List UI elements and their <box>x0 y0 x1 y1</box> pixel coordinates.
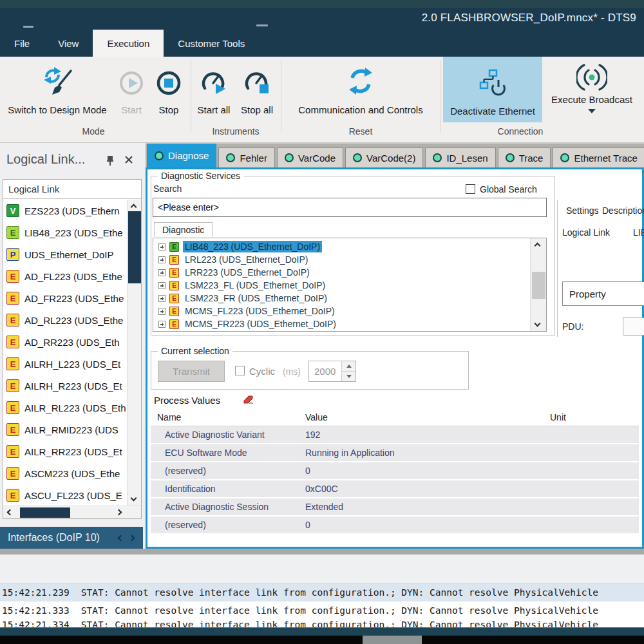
table-row[interactable]: ECU Software Mode Running in Application <box>151 444 639 461</box>
expand-icon[interactable] <box>158 282 166 289</box>
tree-item[interactable]: E MCMS_FR223 (UDS_Ethernet_DoIP) <box>153 317 546 330</box>
expand-icon[interactable] <box>158 295 166 302</box>
menu-item[interactable]: File <box>0 30 44 57</box>
list-item[interactable]: E AD_RL223 (UDS_Ethe <box>3 309 127 331</box>
scroll-up-icon[interactable] <box>535 243 541 249</box>
close-icon[interactable] <box>124 155 134 165</box>
ribbon-separator <box>191 61 191 133</box>
horizontal-scrollbar[interactable] <box>3 506 141 518</box>
tab-label: ID_Lesen <box>446 153 488 164</box>
list-item[interactable]: E ASCU_FL223 (UDS_E <box>3 484 127 506</box>
document-tab[interactable]: VarCode(2) <box>345 147 423 167</box>
spin-down-button[interactable] <box>342 371 355 381</box>
scrollbar-thumb[interactable] <box>20 507 70 518</box>
scroll-down-icon[interactable] <box>535 321 541 327</box>
interfaces-tab[interactable]: Interfaces (DoIP 10) <box>0 527 143 549</box>
interval-value: 2000 <box>309 361 341 381</box>
expand-icon[interactable] <box>158 243 166 251</box>
tree-item[interactable]: E LSM223_FL (UDS_Ethernet_DoIP) <box>153 279 546 292</box>
expand-icon[interactable] <box>158 308 166 315</box>
panel-next-icon[interactable] <box>129 535 135 541</box>
list-item[interactable]: E AD_RR223 (UDS_Eth <box>3 331 127 353</box>
link-type-icon: E <box>6 357 19 370</box>
search-input[interactable] <box>153 198 547 217</box>
list-item[interactable]: E AD_FR223 (UDS_Ethe <box>3 287 127 309</box>
cyclic-interval-stepper[interactable]: 2000 <box>308 361 356 382</box>
tree-item[interactable]: E MCMS_FL223 (UDS_Ethernet_DoIP) <box>153 305 546 317</box>
document-tab[interactable]: Fehler <box>218 147 275 167</box>
panel-prev-icon[interactable] <box>118 535 124 541</box>
expand-icon[interactable] <box>158 269 166 276</box>
eraser-icon[interactable] <box>242 395 254 405</box>
spin-up-button[interactable] <box>342 361 355 371</box>
menu-item[interactable]: Execution <box>93 30 164 57</box>
tab-status-icon <box>560 153 569 162</box>
pin-icon[interactable] <box>105 155 115 166</box>
tree-item[interactable]: E LIB48_223 (UDS_Ethernet_DoIP) <box>153 240 546 253</box>
link-type-icon: E <box>169 307 179 316</box>
list-item[interactable]: E AILRH_L223 (UDS_Et <box>3 353 127 375</box>
table-row[interactable]: (reserved) 0 <box>151 462 639 479</box>
list-item[interactable]: E AILRH_R223 (UDS_Et <box>3 375 127 397</box>
document-tab[interactable]: Ethernet Trace <box>553 147 644 167</box>
tab-status-icon <box>353 153 362 162</box>
document-tab[interactable]: ID_Lesen <box>425 147 495 167</box>
table-row[interactable]: (reserved) 0 <box>151 516 639 533</box>
current-selection-groupbox: Current selection Transmit Cyclic (ms) 2… <box>151 351 469 390</box>
scroll-up-icon[interactable] <box>131 204 137 211</box>
menu-item[interactable]: Customer Tools <box>164 30 259 57</box>
list-item-label: ASCM223 (UDS_Ethe <box>24 468 120 479</box>
link-type-icon: E <box>6 467 19 480</box>
vertical-scrollbar[interactable] <box>127 200 141 506</box>
cell-value: 192 <box>299 430 544 440</box>
document-tab[interactable]: VarCode <box>277 147 343 167</box>
document-tab[interactable]: Diagnose <box>147 143 216 167</box>
tree-item[interactable]: E LRL223 (UDS_Ethernet_DoIP) <box>153 253 546 266</box>
message-log: 15:42:21.239 STAT: Cannot resolve interf… <box>0 583 644 627</box>
list-item[interactable]: V EZS223 (UDS_Ethern <box>3 200 127 222</box>
document-tab[interactable]: Trace <box>498 147 551 167</box>
scrollbar-thumb[interactable] <box>128 211 141 283</box>
menu-item[interactable]: View <box>44 30 93 57</box>
tree-item[interactable]: E LSM223_FR (UDS_Ethernet_DoIP) <box>153 292 546 305</box>
list-item-label: AD_FL223 (UDS_Ethe <box>24 271 122 282</box>
log-timestamp: 15:42:21.334 <box>2 620 70 627</box>
list-item[interactable]: E AILR_RMID223 (UDS <box>3 419 127 440</box>
column-name: Name <box>151 412 299 422</box>
diagnostic-tree-tab[interactable]: Diagnostic <box>154 222 213 237</box>
list-item[interactable]: E AILR_RL223 (UDS_Eth <box>3 397 127 419</box>
pdu-field[interactable] <box>623 317 644 336</box>
table-row[interactable]: Identification 0xC00C <box>151 480 639 497</box>
scroll-right-icon[interactable] <box>116 509 122 516</box>
tab-description[interactable]: Description <box>602 205 644 216</box>
tree-item[interactable]: E LRR223 (UDS_Ethernet_DoIP) <box>153 266 546 279</box>
scroll-down-icon[interactable] <box>131 495 137 502</box>
table-row[interactable]: Active Diagnostic Session Extended <box>151 498 639 515</box>
list-column-header[interactable]: Logical Link <box>3 180 141 199</box>
list-item[interactable]: E AD_FL223 (UDS_Ethe <box>3 265 127 287</box>
broadcast-dropdown-caret[interactable] <box>588 109 596 113</box>
cyclic-checkbox[interactable] <box>235 366 245 375</box>
transmit-button[interactable]: Transmit <box>158 361 225 382</box>
expand-icon[interactable] <box>158 256 166 263</box>
process-values-table: Name Value Unit Active Diagnostic Varian… <box>151 409 639 542</box>
scrollbar-thumb[interactable] <box>532 272 545 299</box>
list-item[interactable]: E LIB48_223 (UDS_Ethe <box>3 222 127 243</box>
list-item[interactable]: E ASCM223 (UDS_Ethe <box>3 462 127 484</box>
global-search-checkbox[interactable] <box>466 184 475 194</box>
bottom-scroll-segment[interactable] <box>363 636 422 644</box>
tree-scrollbar[interactable] <box>530 238 546 331</box>
list-item[interactable]: E AILR_RR223 (UDS_Et <box>3 440 127 462</box>
list-item[interactable]: P UDS_Ethernet_DoIP <box>3 243 127 265</box>
tab-settings[interactable]: Settings <box>566 205 599 216</box>
expand-icon[interactable] <box>158 321 166 328</box>
up-arrow-icon <box>346 365 352 368</box>
list-item-label: UDS_Ethernet_DoIP <box>24 249 113 260</box>
table-header: Name Value Unit <box>151 409 639 426</box>
scroll-left-icon[interactable] <box>7 509 14 516</box>
table-row[interactable]: Active Diagnostic Variant 192 <box>151 426 639 443</box>
logical-link-panel: Logical Link... Logical Link V EZS223 (U… <box>0 143 146 555</box>
property-dropdown[interactable]: Property <box>562 281 644 306</box>
deactivate-ethernet-button[interactable]: Deactivate Ethernet <box>443 57 542 122</box>
splitter-bar[interactable] <box>0 549 644 554</box>
